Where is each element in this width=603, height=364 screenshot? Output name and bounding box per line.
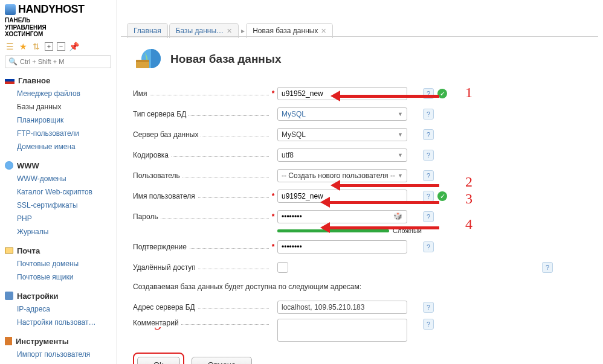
select-server[interactable]: MySQL▼ [277, 128, 407, 141]
nav-item-ftp[interactable]: FTP-пользователи [5, 127, 111, 140]
nav-item-webscripts[interactable]: Каталог Web-скриптов [5, 185, 111, 199]
label-address: Адрес сервера БД [133, 303, 198, 311]
generate-password-icon[interactable]: 🎲 [393, 212, 402, 220]
settings-icon [5, 292, 13, 300]
close-icon[interactable]: ✕ [321, 27, 326, 35]
nav-item-mailboxes[interactable]: Почтовые ящики [5, 270, 111, 284]
nav-mail: Почта Почтовые домены Почтовые ящики [5, 244, 111, 284]
nav-item-usersettings[interactable]: Настройки пользоват… [5, 316, 111, 329]
label-dbtype: Тип сервера БД [133, 110, 189, 118]
nav-header-www[interactable]: WWW [5, 159, 111, 172]
help-icon[interactable]: ? [423, 129, 434, 140]
annotation-number-3: 3 [465, 191, 472, 207]
button-row: Ok Отмена [133, 353, 592, 364]
row-address: Адрес сервера БД localhost, 109.95.210.1… [133, 298, 592, 316]
annotation-number-1: 1 [465, 85, 472, 101]
ok-button[interactable]: Ok [137, 357, 180, 364]
annotation-number-2: 2 [465, 174, 472, 190]
star-icon[interactable]: ★ [18, 42, 28, 51]
tools-icon [5, 337, 12, 345]
nav-www: WWW WWW-домены Каталог Web-скриптов SSL-… [5, 159, 111, 238]
sidebar-toolbar: ☰ ★ ⇅ + − 📌 [5, 42, 111, 51]
expand-icon[interactable]: + [45, 42, 53, 51]
required-mark: * [269, 243, 277, 251]
nav-item-ssl[interactable]: SSL-сертификаты [5, 199, 111, 212]
cancel-button[interactable]: Отмена [192, 357, 253, 364]
label-username: Имя пользователя [133, 192, 198, 200]
nav-item-filemanager[interactable]: Менеджер файлов [5, 87, 111, 100]
logo: HANDYHOST ПАНЕЛЬ УПРАВЛЕНИЯ ХОСТИНГОМ [5, 3, 111, 38]
nav-item-domains[interactable]: Доменные имена [5, 140, 111, 153]
svg-rect-2 [136, 60, 149, 62]
help-icon[interactable]: ? [542, 262, 553, 273]
nav-header-settings[interactable]: Настройки [5, 290, 111, 302]
checkbox-remote[interactable] [277, 262, 288, 273]
chevron-right-icon: ▸ [241, 27, 245, 35]
flag-icon [5, 77, 15, 84]
row-confirm: Подтверждение * ? [133, 238, 592, 256]
nav-main: Главное Менеджер файлов Базы данных План… [5, 74, 111, 153]
sort-icon[interactable]: ⇅ [31, 42, 41, 51]
nav-header-main[interactable]: Главное [5, 74, 111, 87]
input-confirm[interactable] [277, 240, 407, 254]
nav-item-logs[interactable]: Журналы [5, 225, 111, 238]
page-title: Новая база данных [170, 53, 282, 66]
label-name: Имя [133, 89, 149, 98]
page-header: Новая база данных [133, 45, 592, 72]
label-comment: Комментарий [133, 319, 181, 327]
nav-item-import[interactable]: Импорт пользователя [5, 348, 111, 361]
nav-item-ip[interactable]: IP-адреса [5, 302, 111, 316]
nav-item-phpmyadmin[interactable]: phpMyAdmin [5, 361, 111, 365]
required-mark: * [269, 89, 277, 98]
label-server: Сервер баз данных [133, 130, 201, 139]
nav-item-databases[interactable]: Базы данных [5, 100, 111, 113]
mail-icon [5, 247, 13, 254]
search-input[interactable] [20, 58, 108, 65]
required-mark: * [269, 192, 277, 200]
help-icon[interactable]: ? [423, 109, 434, 120]
row-dbtype: Тип сервера БД MySQL▼ ? [133, 105, 592, 123]
collapse-icon[interactable]: − [57, 42, 65, 51]
nav-item-wwwdomains[interactable]: WWW-домены [5, 172, 111, 185]
logo-subtitle: ПАНЕЛЬ УПРАВЛЕНИЯ ХОСТИНГОМ [5, 17, 111, 38]
nav-settings: Настройки IP-адреса Настройки пользоват… [5, 290, 111, 329]
close-icon[interactable]: ✕ [227, 27, 232, 35]
select-encoding[interactable]: utf8▼ [277, 148, 407, 162]
globe-icon [5, 161, 13, 170]
nav-item-scheduler[interactable]: Планировщик [5, 113, 111, 127]
nav-item-maildomains[interactable]: Почтовые домены [5, 257, 111, 270]
logo-icon [5, 4, 16, 15]
readonly-address: localhost, 109.95.210.183 [277, 301, 407, 314]
help-icon[interactable]: ? [423, 150, 434, 161]
annotation-arrow-1 [331, 89, 439, 103]
nav-item-php[interactable]: PHP [5, 212, 111, 225]
nav-header-tools[interactable]: Инструменты [5, 335, 111, 348]
annotation-number-4: 4 [465, 216, 472, 232]
label-confirm: Подтверждение [133, 243, 189, 251]
help-icon[interactable]: ? [423, 302, 434, 313]
annotation-arrow-2 [331, 179, 439, 192]
info-text: Создаваемая база данных будет доступна п… [133, 283, 592, 291]
label-remote: Удалённый доступ [133, 263, 198, 272]
row-comment: Комментарий ? [133, 319, 592, 342]
row-remote: Удалённый доступ ? [133, 258, 592, 276]
help-icon[interactable]: ? [423, 319, 434, 330]
textarea-comment[interactable] [277, 319, 407, 342]
select-dbtype[interactable]: MySQL▼ [277, 107, 407, 121]
help-icon[interactable]: ? [423, 241, 434, 252]
row-encoding: Кодировка utf8▼ ? [133, 146, 592, 164]
chevron-down-icon: ▼ [398, 111, 403, 117]
nav-header-mail[interactable]: Почта [5, 244, 111, 257]
chevron-down-icon: ▼ [398, 152, 403, 158]
annotation-arrow-4 [320, 221, 439, 234]
label-user: Пользователь [133, 171, 182, 180]
label-encoding: Кодировка [133, 151, 171, 159]
annotation-arrow-3 [320, 196, 439, 209]
ok-highlight: Ok [133, 353, 184, 364]
chevron-down-icon: ▼ [398, 173, 403, 179]
logo-text: HANDYHOST [18, 3, 85, 16]
search-box[interactable]: 🔍 [5, 55, 111, 68]
nav-tools: Инструменты Импорт пользователя phpMyAdm… [5, 335, 111, 365]
pin-icon[interactable]: 📌 [69, 42, 79, 51]
list-icon[interactable]: ☰ [5, 42, 15, 51]
